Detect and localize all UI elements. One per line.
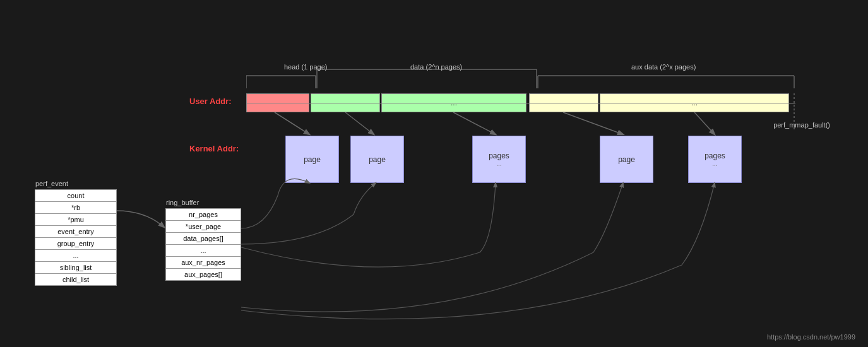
user-line: [246, 103, 795, 103]
row-sibling-list: sibling_list: [35, 262, 116, 274]
row-count: count: [35, 190, 116, 202]
svg-line-2: [453, 112, 496, 134]
page-box-4: pages ...: [688, 136, 742, 183]
rb-row-ellipsis: ...: [166, 245, 241, 257]
data-label: data (2^n pages): [410, 63, 462, 71]
user-addr-label: User Addr:: [189, 97, 232, 106]
row-rb: *rb: [35, 202, 116, 214]
svg-line-4: [694, 112, 715, 134]
kernel-addr-label: Kernel Addr:: [189, 144, 239, 153]
row-pmu: *pmu: [35, 214, 116, 226]
row-child-list: child_list: [35, 274, 116, 285]
page-box-2: pages ...: [472, 136, 526, 183]
perf-event-table: perf_event count *rb *pmu event_entry gr…: [35, 189, 117, 286]
page-label-4: pages: [705, 151, 725, 160]
svg-line-3: [563, 112, 623, 134]
brace-svg: [246, 57, 795, 95]
row-ellipsis1: ...: [35, 250, 116, 262]
head-label: head (1 page): [284, 63, 328, 71]
rb-row-nr-pages: nr_pages: [166, 209, 241, 221]
page-box-3: page: [600, 136, 653, 183]
ring-buffer-table: ring_buffer nr_pages *user_page data_pag…: [165, 208, 241, 281]
row-group-entry: group_entry: [35, 238, 116, 250]
rb-row-user-page: *user_page: [166, 221, 241, 233]
mmap-fault-label: perf_mmap_fault(): [773, 121, 830, 129]
aux-label: aux data (2^x pages): [631, 63, 696, 71]
page-label-3: page: [618, 155, 635, 164]
page-label-2: pages: [489, 151, 509, 160]
perf-event-title: perf_event: [35, 180, 68, 187]
page-label-1: page: [369, 155, 386, 164]
svg-line-0: [275, 112, 309, 134]
diagram: head (1 page) data (2^n pages) aux data …: [0, 0, 868, 347]
page-sub-4: ...: [712, 160, 717, 167]
svg-line-1: [345, 112, 374, 134]
page-sub-2: ...: [496, 160, 501, 167]
rb-row-data-pages: data_pages[]: [166, 233, 241, 245]
ring-buffer-title: ring_buffer: [166, 199, 199, 206]
page-box-1: page: [350, 136, 404, 183]
page-label-0: page: [304, 155, 321, 164]
rb-row-aux-pages: aux_pages[]: [166, 269, 241, 280]
row-event-entry: event_entry: [35, 226, 116, 238]
watermark: https://blog.csdn.net/pw1999: [767, 333, 855, 341]
page-box-0: page: [285, 136, 339, 183]
rb-row-aux-nr-pages: aux_nr_pages: [166, 257, 241, 269]
